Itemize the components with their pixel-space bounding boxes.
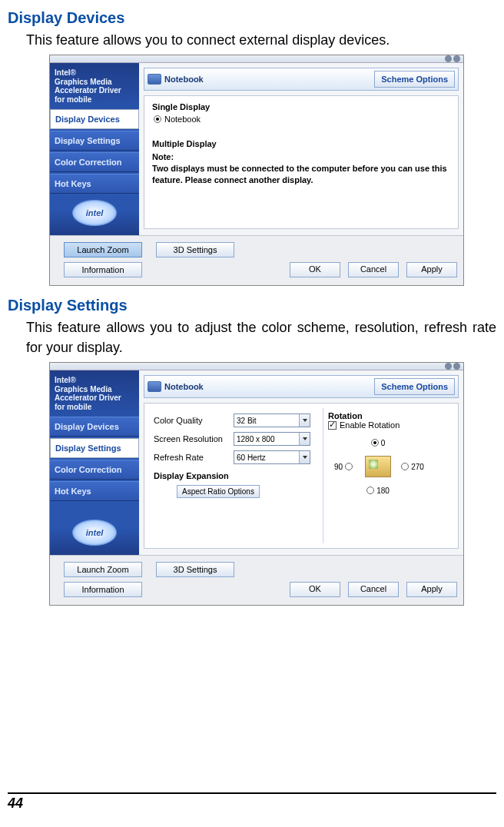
launch-zoom-button[interactable]: Launch Zoom [64,562,142,577]
intel-logo-icon: intel [72,520,117,546]
refresh-rate-combo[interactable]: 60 Hertz [234,450,310,464]
radio-icon [154,115,161,123]
combo-value: 1280 x 800 [237,435,275,443]
device-header-bar: Notebook Scheme Options [144,375,459,398]
rotation-90-label: 90 [334,463,343,471]
rotation-preview-image-icon [365,456,391,477]
radio-icon [401,463,409,470]
enable-rotation-checkbox[interactable]: Enable Rotation [328,420,449,430]
notebook-icon [148,74,161,85]
rotation-title: Rotation [328,411,449,420]
display-expansion-title: Display Expansion [154,471,318,480]
sidebar-tab-display-settings[interactable]: Display Settings [50,131,139,151]
cancel-button[interactable]: Cancel [348,582,399,597]
rotation-270-radio[interactable]: 270 [401,463,424,471]
content-panel: Notebook Scheme Options Color Quality 32… [139,370,463,555]
rotation-180-label: 180 [376,487,390,495]
window-titlebar [50,55,463,63]
apply-button[interactable]: Apply [406,582,457,597]
radio-icon [345,463,353,470]
rotation-0-radio[interactable]: 0 [371,439,386,447]
apply-button[interactable]: Apply [406,262,457,277]
footer-rule [8,792,496,794]
close-icon[interactable] [453,55,460,62]
sidebar-tab-hot-keys[interactable]: Hot Keys [50,174,139,194]
enable-rotation-label: Enable Rotation [340,420,400,430]
color-quality-combo[interactable]: 32 Bit [234,414,310,427]
scheme-options-button[interactable]: Scheme Options [374,378,455,395]
note-text: Two displays must be connected to the co… [152,163,450,186]
device-label: Notebook [164,75,204,84]
rotation-270-label: 270 [411,463,424,471]
content-panel: Notebook Scheme Options Single Display N… [139,63,463,235]
device-header-bar: Notebook Scheme Options [144,68,459,91]
device-label: Notebook [164,382,204,391]
launch-zoom-button[interactable]: Launch Zoom [64,242,142,257]
screen-resolution-label: Screen Resolution [154,434,234,443]
dialog-footer: Launch Zoom 3D Settings Information OK C… [50,556,463,605]
intel-logo-icon: intel [72,200,117,226]
window-controls[interactable] [445,363,460,370]
information-button[interactable]: Information [64,582,142,597]
screenshot-display-devices: Intel® Graphics Media Accelerator Driver… [49,55,464,286]
sidebar-tab-display-devices[interactable]: Display Devices [50,109,139,129]
notebook-icon [148,381,161,392]
radio-label: Notebook [164,115,201,124]
multiple-display-title: Multiple Display [152,139,450,148]
sidebar-brand-title: Intel® Graphics Media Accelerator Driver… [50,67,139,108]
aspect-ratio-options-button[interactable]: Aspect Ratio Options [177,485,260,498]
sidebar-tab-hot-keys[interactable]: Hot Keys [50,481,139,501]
sidebar: Intel® Graphics Media Accelerator Driver… [50,63,139,235]
page-footer: 44 [8,792,496,812]
single-display-notebook-radio[interactable]: Notebook [154,115,450,124]
rotation-column: Rotation Enable Rotation 0 90 [323,408,453,543]
sidebar-brand-title: Intel® Graphics Media Accelerator Driver… [50,374,139,416]
page-number: 44 [8,795,496,812]
screenshot-display-settings: Intel® Graphics Media Accelerator Driver… [49,362,464,606]
settings-left-column: Color Quality 32 Bit Screen Resolution 1… [149,408,323,543]
chevron-down-icon [299,433,310,445]
color-quality-label: Color Quality [154,416,234,425]
window-titlebar [50,363,463,370]
3d-settings-button[interactable]: 3D Settings [156,242,234,257]
section2-desc: This feature allows you to adjust the co… [26,317,496,357]
sidebar-tab-display-settings[interactable]: Display Settings [50,438,139,458]
3d-settings-button[interactable]: 3D Settings [156,562,234,577]
rotation-90-radio[interactable]: 90 [334,463,353,471]
radio-icon [371,439,379,447]
sidebar: Intel® Graphics Media Accelerator Driver… [50,370,139,555]
ok-button[interactable]: OK [290,262,340,277]
rotation-180-radio[interactable]: 180 [366,487,390,495]
rotation-grid: 0 90 270 [328,434,449,499]
intel-logo-area: intel [50,515,139,550]
combo-value: 60 Hertz [237,453,266,462]
note-label: Note: [152,151,450,163]
display-settings-panel: Color Quality 32 Bit Screen Resolution 1… [144,403,459,549]
dialog-footer: Launch Zoom 3D Settings Information OK C… [50,236,463,285]
scheme-options-button[interactable]: Scheme Options [374,71,455,88]
chevron-down-icon [299,414,310,427]
screen-resolution-combo[interactable]: 1280 x 800 [234,432,310,446]
sidebar-tab-display-devices[interactable]: Display Devices [50,417,139,437]
cancel-button[interactable]: Cancel [348,262,399,277]
section1-desc: This feature allows you to connect exter… [26,30,496,50]
window-controls[interactable] [445,55,460,62]
checkbox-icon [328,421,337,430]
single-display-title: Single Display [152,102,450,111]
help-icon[interactable] [445,363,452,370]
section2-title: Display Settings [8,297,496,314]
section1-title: Display Devices [8,9,496,27]
help-icon[interactable] [445,55,452,62]
close-icon[interactable] [453,363,460,370]
rotation-0-label: 0 [381,439,386,447]
combo-value: 32 Bit [237,417,257,425]
ok-button[interactable]: OK [290,582,340,597]
intel-logo-area: intel [50,195,139,231]
display-devices-panel: Single Display Notebook Multiple Display… [144,95,459,229]
refresh-rate-label: Refresh Rate [154,453,234,462]
sidebar-tab-color-correction[interactable]: Color Correction [50,460,139,480]
chevron-down-icon [299,451,310,463]
radio-icon [366,487,374,494]
sidebar-tab-color-correction[interactable]: Color Correction [50,152,139,172]
information-button[interactable]: Information [64,262,142,277]
